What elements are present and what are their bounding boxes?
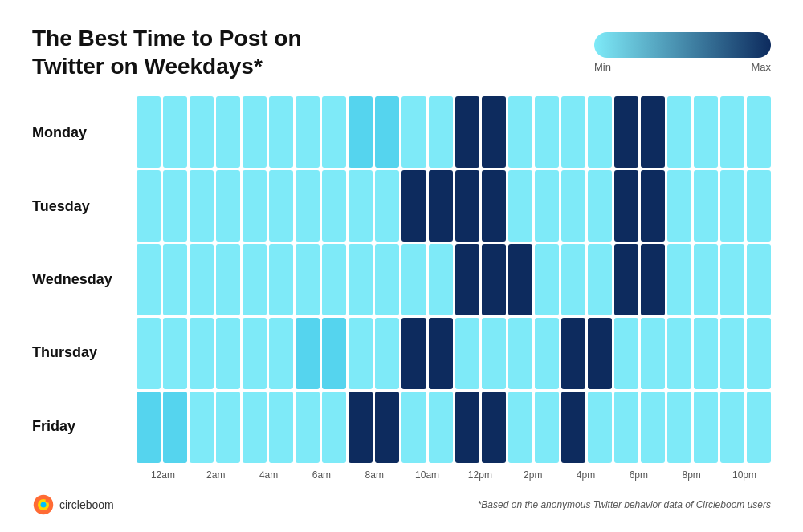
brand-icon	[32, 493, 55, 516]
cell-tuesday-16	[561, 170, 585, 242]
cell-friday-14	[508, 392, 532, 463]
cell-friday-10	[402, 392, 426, 463]
cell-friday-7	[322, 392, 346, 463]
cell-wednesday-23	[747, 244, 771, 315]
heatmap-row-tuesday	[137, 170, 771, 242]
cell-wednesday-20	[667, 244, 691, 315]
cell-wednesday-12	[455, 244, 479, 315]
cell-tuesday-13	[482, 170, 506, 242]
cell-thursday-19	[641, 318, 665, 389]
cell-wednesday-3	[216, 244, 240, 315]
cell-friday-19	[641, 392, 665, 463]
cell-friday-8	[349, 392, 373, 463]
cell-monday-12	[455, 96, 479, 168]
cell-monday-19	[641, 96, 665, 168]
cell-thursday-9	[375, 318, 399, 389]
svg-point-3	[46, 498, 50, 502]
cell-thursday-4	[243, 318, 267, 389]
chart-area: Monday Tuesday Wednesday Thursday Friday…	[32, 96, 771, 481]
time-label-2am: 2am	[190, 469, 243, 481]
cell-wednesday-11	[429, 244, 453, 315]
cell-wednesday-1	[163, 244, 187, 315]
cell-friday-2	[190, 392, 214, 463]
cell-wednesday-22	[720, 244, 744, 315]
cell-monday-10	[402, 96, 426, 168]
legend-max: Max	[751, 61, 771, 73]
cell-thursday-3	[216, 318, 240, 389]
footer: circleboom *Based on the anonymous Twitt…	[32, 490, 771, 516]
cell-wednesday-9	[375, 244, 399, 315]
cell-friday-20	[667, 392, 691, 463]
day-label-wednesday: Wednesday	[32, 271, 128, 288]
cell-monday-6	[296, 96, 320, 168]
day-label-monday: Monday	[32, 124, 128, 141]
cell-wednesday-13	[482, 244, 506, 315]
cell-wednesday-2	[190, 244, 214, 315]
heatmap-row-thursday	[137, 318, 771, 389]
cell-thursday-10	[402, 318, 426, 389]
cell-tuesday-15	[535, 170, 559, 242]
cell-tuesday-21	[694, 170, 718, 242]
cell-tuesday-4	[243, 170, 267, 242]
cell-tuesday-9	[375, 170, 399, 242]
legend-gradient	[594, 32, 771, 58]
cell-thursday-1	[163, 318, 187, 389]
cell-thursday-20	[667, 318, 691, 389]
cell-thursday-5	[269, 318, 293, 389]
time-label-4am: 4am	[243, 469, 296, 481]
cell-thursday-17	[588, 318, 612, 389]
cell-wednesday-7	[322, 244, 346, 315]
day-label-tuesday: Tuesday	[32, 198, 128, 215]
time-label-12pm: 12pm	[454, 469, 507, 481]
cell-wednesday-16	[561, 244, 585, 315]
cell-monday-13	[482, 96, 506, 168]
brand-name: circleboom	[59, 498, 114, 511]
cell-monday-23	[747, 96, 771, 168]
cell-monday-2	[190, 96, 214, 168]
page-title: The Best Time to Post on Twitter on Week…	[32, 24, 337, 80]
cell-monday-17	[588, 96, 612, 168]
cell-wednesday-6	[296, 244, 320, 315]
cell-monday-0	[137, 96, 161, 168]
cell-friday-6	[296, 392, 320, 463]
cell-monday-16	[561, 96, 585, 168]
cell-thursday-18	[614, 318, 638, 389]
cell-friday-1	[163, 392, 187, 463]
cell-wednesday-18	[614, 244, 638, 315]
time-label-2pm: 2pm	[507, 469, 560, 481]
cell-thursday-14	[508, 318, 532, 389]
cell-thursday-7	[322, 318, 346, 389]
time-label-4pm: 4pm	[560, 469, 613, 481]
heatmap-row-wednesday	[137, 244, 771, 315]
cell-monday-15	[535, 96, 559, 168]
cell-monday-9	[375, 96, 399, 168]
cell-tuesday-1	[163, 170, 187, 242]
cell-thursday-0	[137, 318, 161, 389]
footnote: *Based on the anonymous Twitter behavior…	[478, 499, 771, 510]
cell-wednesday-0	[137, 244, 161, 315]
legend: Min Max	[594, 32, 771, 73]
cell-friday-18	[614, 392, 638, 463]
cell-thursday-11	[429, 318, 453, 389]
cell-thursday-15	[535, 318, 559, 389]
cell-monday-20	[667, 96, 691, 168]
time-label-12am: 12am	[137, 469, 190, 481]
cell-friday-5	[269, 392, 293, 463]
cell-monday-14	[508, 96, 532, 168]
time-label-8pm: 8pm	[665, 469, 718, 481]
cell-friday-16	[561, 392, 585, 463]
grid-container: Monday Tuesday Wednesday Thursday Friday	[32, 96, 771, 463]
cell-thursday-8	[349, 318, 373, 389]
day-label-thursday: Thursday	[32, 344, 128, 361]
time-label-10am: 10am	[401, 469, 454, 481]
cell-tuesday-23	[747, 170, 771, 242]
cell-friday-9	[375, 392, 399, 463]
cell-friday-17	[588, 392, 612, 463]
cell-thursday-6	[296, 318, 320, 389]
cell-thursday-22	[720, 318, 744, 389]
day-labels: Monday Tuesday Wednesday Thursday Friday	[32, 96, 137, 463]
time-label-8am: 8am	[348, 469, 401, 481]
legend-min: Min	[594, 61, 611, 73]
cell-friday-22	[720, 392, 744, 463]
cell-wednesday-5	[269, 244, 293, 315]
